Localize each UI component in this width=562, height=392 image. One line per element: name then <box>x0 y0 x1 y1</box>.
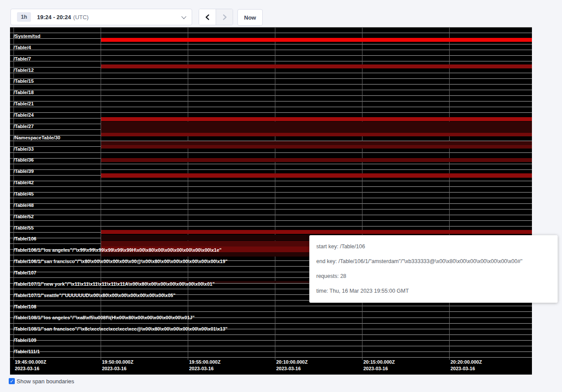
column-gridline <box>362 27 362 360</box>
x-axis-tick: 20:10:00.000Z2023-03-16 <box>276 359 308 372</box>
time-range-zone: (UTC) <box>73 14 88 20</box>
heat-band[interactable] <box>101 64 532 68</box>
span-boundary-line <box>10 192 532 193</box>
heat-band[interactable] <box>101 141 532 145</box>
x-axis-tick: 20:15:00.000Z2023-03-16 <box>363 359 395 372</box>
span-boundary-line <box>10 351 532 352</box>
row-label: /NamespaceTable/30 <box>14 135 60 141</box>
row-label: /Table/39 <box>14 169 34 174</box>
heat-band[interactable] <box>101 145 532 149</box>
span-boundary-line <box>10 306 532 306</box>
row-label: /Table/107/1/"seattle"/"UUUUUUD\x00\x80\… <box>14 293 176 298</box>
span-tooltip: start key: /Table/106 end key: /Table/10… <box>309 235 558 303</box>
heat-band[interactable] <box>101 230 532 234</box>
x-axis-tick-date: 2023-03-16 <box>102 365 133 372</box>
row-label: /Table/36 <box>14 157 34 163</box>
row-label: /Table/33 <box>14 146 34 152</box>
row-label: /Table/106/1/"san francisco"/"\x80\x00\x… <box>14 259 227 264</box>
heat-band[interactable] <box>101 158 532 162</box>
span-boundary-line <box>10 220 532 221</box>
span-boundary-line <box>10 323 532 324</box>
x-axis-tick: 19:50:00.000Z2023-03-16 <box>102 359 133 372</box>
show-span-boundaries-checkbox[interactable]: ✓ <box>9 378 15 384</box>
row-label: /Table/42 <box>14 180 34 186</box>
row-label: /Table/109 <box>14 338 36 343</box>
span-boundary-line <box>10 215 532 215</box>
span-boundary-line <box>10 186 532 187</box>
column-gridline <box>188 27 188 360</box>
time-range-select[interactable]: 1h 19:24 - 20:24 (UTC) <box>10 9 192 25</box>
span-boundary-line <box>10 181 532 181</box>
span-boundary-line <box>10 226 532 226</box>
span-boundary-line <box>10 33 532 33</box>
x-axis-tick: 20:20:00.000Z2023-03-16 <box>450 359 482 372</box>
span-boundary-line <box>10 112 532 113</box>
chevron-down-icon <box>181 14 186 19</box>
span-boundary-line <box>10 107 532 107</box>
span-boundary-line <box>10 198 532 198</box>
x-axis-tick-time: 20:10:00.000Z <box>276 359 308 365</box>
row-label: /Table/108/1/"los angeles"/"\xa8\xf5\u00… <box>14 315 195 321</box>
row-label: /Table/27 <box>14 124 34 129</box>
span-boundary-line <box>10 61 532 61</box>
span-boundary-line <box>10 335 532 335</box>
row-label: /Table/106 <box>14 236 36 242</box>
row-label: /Table/15 <box>14 78 34 84</box>
heat-band[interactable] <box>101 38 532 42</box>
row-label: /Table/107/1/"new york"/"\x11\x11\x11\x1… <box>14 281 215 287</box>
row-label: /Table/111/1 <box>14 349 40 355</box>
now-button[interactable]: Now <box>237 9 263 26</box>
span-boundary-line <box>10 209 532 210</box>
span-boundary-line <box>10 203 532 204</box>
span-boundary-line <box>10 311 532 312</box>
span-boundary-line <box>10 346 532 346</box>
heat-band[interactable] <box>101 122 532 133</box>
row-label: /Table/52 <box>14 214 34 220</box>
heat-band[interactable] <box>101 133 532 136</box>
span-boundary-line <box>10 101 532 101</box>
row-label: /Table/55 <box>14 225 34 231</box>
show-span-boundaries-label: Show span boundaries <box>17 377 74 385</box>
row-label: /Table/108/1/"san francisco"/"\x8c\xcc\x… <box>14 326 227 332</box>
tooltip-start-key: start key: /Table/106 <box>316 239 551 254</box>
heat-band[interactable] <box>101 117 532 121</box>
column-gridline <box>101 27 101 360</box>
row-label: /Table/45 <box>14 191 34 197</box>
tooltip-end-key: end key: /Table/106/1/"amsterdam"/"\xb33… <box>316 254 551 269</box>
heat-band[interactable] <box>101 173 532 178</box>
x-axis-tick-time: 19:50:00.000Z <box>102 359 133 365</box>
x-axis-tick-time: 20:15:00.000Z <box>363 359 395 365</box>
tooltip-requests: requests: 28 <box>316 269 551 284</box>
span-boundary-line <box>10 152 532 153</box>
x-axis-tick-time: 19:45:00.000Z <box>15 359 46 365</box>
heatmap-canvas[interactable]: /System/tsd/Table/4/Table/7/Table/12/Tab… <box>10 27 532 375</box>
x-axis-tick-date: 2023-03-16 <box>450 365 482 372</box>
x-axis-tick-date: 2023-03-16 <box>189 365 220 372</box>
row-label: /Table/12 <box>14 68 34 73</box>
row-label: /Table/106/1/"los angeles"/"\x99\x99\x99… <box>14 247 222 253</box>
time-range-duration-badge: 1h <box>17 12 31 22</box>
footer-controls: ✓ Show span boundaries <box>9 377 74 385</box>
row-label: /Table/7 <box>14 56 31 62</box>
span-boundary-line <box>10 44 532 44</box>
row-label: /Table/18 <box>14 90 34 95</box>
span-boundary-line <box>10 50 532 50</box>
row-label: /Table/107 <box>14 270 36 276</box>
chevron-right-icon <box>221 14 228 20</box>
row-label: /Table/48 <box>14 203 34 208</box>
row-label: /Table/24 <box>14 112 34 118</box>
x-axis-tick-date: 2023-03-16 <box>276 365 308 372</box>
span-boundary-line <box>10 84 532 84</box>
span-boundary-line <box>10 90 532 90</box>
span-boundary-line <box>10 357 532 358</box>
row-label: /System/tsd <box>14 34 41 39</box>
row-label: /Table/21 <box>14 101 34 107</box>
column-gridline <box>449 27 450 360</box>
column-gridline <box>275 27 275 360</box>
span-boundary-line <box>10 164 532 164</box>
prev-timeframe-button[interactable] <box>199 9 216 25</box>
span-boundary-line <box>10 78 532 79</box>
span-boundary-line <box>10 73 532 73</box>
row-label: /Table/108 <box>14 304 36 310</box>
next-timeframe-button[interactable] <box>216 9 233 25</box>
